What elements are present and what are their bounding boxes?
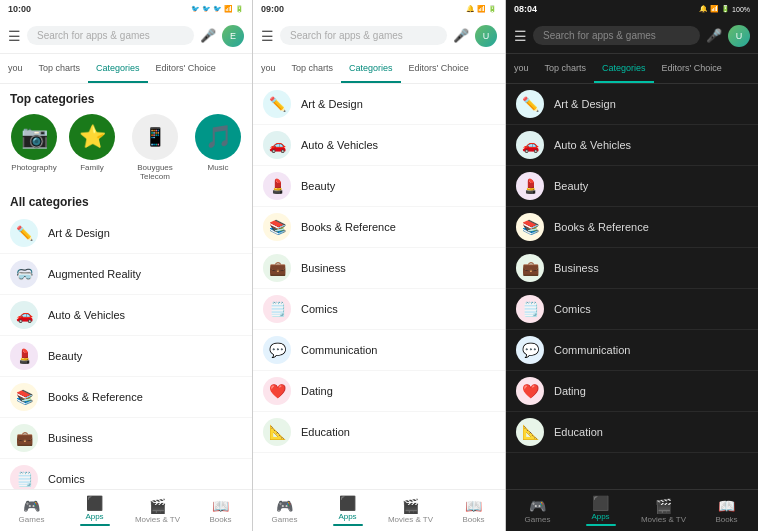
status-icons-3: 🔔 📶 🔋 100% xyxy=(699,5,750,13)
tab-categories-3[interactable]: Categories xyxy=(594,54,654,83)
cat-books-1[interactable]: 📚 Books & Reference xyxy=(0,377,252,418)
cat-comics-2[interactable]: 🗒️ Comics xyxy=(253,289,505,330)
nav-books-3[interactable]: 📖 Books xyxy=(695,490,758,531)
nav-games-1[interactable]: 🎮 Games xyxy=(0,490,63,531)
cat-beauty-3[interactable]: 💄 Beauty xyxy=(506,166,758,207)
nav-apps-2[interactable]: ⬛ Apps xyxy=(316,490,379,531)
nav-games-3[interactable]: 🎮 Games xyxy=(506,490,569,531)
cat-name-books-1: Books & Reference xyxy=(48,391,143,403)
tab-categories-1[interactable]: Categories xyxy=(88,54,148,83)
cat-name-auto-2: Auto & Vehicles xyxy=(301,139,378,151)
cat-edu-3[interactable]: 📐 Education xyxy=(506,412,758,453)
tab-you-2[interactable]: you xyxy=(253,54,284,83)
cat-auto-1[interactable]: 🚗 Auto & Vehicles xyxy=(0,295,252,336)
tabs-2: you Top charts Categories Editors' Choic… xyxy=(253,54,505,84)
apps-icon-2: ⬛ xyxy=(339,495,356,511)
cat-icon-art-3: ✏️ xyxy=(516,90,544,118)
cat-edu-2[interactable]: 📐 Education xyxy=(253,412,505,453)
top-cat-music[interactable]: 🎵 Music xyxy=(194,114,242,181)
cat-business-3[interactable]: 💼 Business xyxy=(506,248,758,289)
avatar-3[interactable]: U xyxy=(728,25,750,47)
cat-auto-2[interactable]: 🚗 Auto & Vehicles xyxy=(253,125,505,166)
menu-icon-1[interactable]: ☰ xyxy=(8,28,21,44)
nav-books-2[interactable]: 📖 Books xyxy=(442,490,505,531)
cat-ar-1[interactable]: 🥽 Augmented Reality xyxy=(0,254,252,295)
avatar-1[interactable]: E xyxy=(222,25,244,47)
cat-icon-comics-2: 🗒️ xyxy=(263,295,291,323)
cat-name-ar-1: Augmented Reality xyxy=(48,268,141,280)
nav-movies-1[interactable]: 🎬 Movies & TV xyxy=(126,490,189,531)
cat-name-dating-3: Dating xyxy=(554,385,586,397)
cat-comms-3[interactable]: 💬 Communication xyxy=(506,330,758,371)
nav-books-1[interactable]: 📖 Books xyxy=(189,490,252,531)
cat-comms-2[interactable]: 💬 Communication xyxy=(253,330,505,371)
panel-3: 08:04 🔔 📶 🔋 100% ☰ Search for apps & gam… xyxy=(506,0,758,531)
cat-name-comics-2: Comics xyxy=(301,303,338,315)
cat-business-2[interactable]: 💼 Business xyxy=(253,248,505,289)
cat-icon-comms-2: 💬 xyxy=(263,336,291,364)
nav-games-label-1: Games xyxy=(19,515,45,524)
cat-name-art-1: Art & Design xyxy=(48,227,110,239)
cat-icon-auto-3: 🚗 xyxy=(516,131,544,159)
games-icon-2: 🎮 xyxy=(276,498,293,514)
books-icon-3: 📖 xyxy=(718,498,735,514)
nav-books-label-2: Books xyxy=(462,515,484,524)
nav-games-label-2: Games xyxy=(272,515,298,524)
games-icon-1: 🎮 xyxy=(23,498,40,514)
top-cat-family[interactable]: ⭐ Family xyxy=(68,114,116,181)
cat-name-comics-3: Comics xyxy=(554,303,591,315)
cat-beauty-1[interactable]: 💄 Beauty xyxy=(0,336,252,377)
top-cat-photography[interactable]: 📷 Photography xyxy=(10,114,58,181)
tab-editors-2[interactable]: Editors' Choice xyxy=(401,54,477,83)
cat-books-3[interactable]: 📚 Books & Reference xyxy=(506,207,758,248)
tab-topchart-2[interactable]: Top charts xyxy=(284,54,342,83)
top-cat-label-music: Music xyxy=(208,163,229,172)
tab-categories-2[interactable]: Categories xyxy=(341,54,401,83)
search-input-3[interactable]: Search for apps & games xyxy=(533,26,700,45)
tab-you-3[interactable]: you xyxy=(506,54,537,83)
cat-comics-3[interactable]: 🗒️ Comics xyxy=(506,289,758,330)
search-input-1[interactable]: Search for apps & games xyxy=(27,26,194,45)
mic-icon-2[interactable]: 🎤 xyxy=(453,28,469,43)
cat-comics-1[interactable]: 🗒️ Comics xyxy=(0,459,252,489)
cat-dating-2[interactable]: ❤️ Dating xyxy=(253,371,505,412)
tab-editors-1[interactable]: Editors' Choice xyxy=(148,54,224,83)
nav-movies-label-2: Movies & TV xyxy=(388,515,433,524)
status-icons-1: 🐦 🐦 🐦 📶 🔋 xyxy=(191,5,244,13)
cat-dating-3[interactable]: ❤️ Dating xyxy=(506,371,758,412)
cat-art-3[interactable]: ✏️ Art & Design xyxy=(506,84,758,125)
menu-icon-2[interactable]: ☰ xyxy=(261,28,274,44)
bottom-nav-3: 🎮 Games ⬛ Apps 🎬 Movies & TV 📖 Books xyxy=(506,489,758,531)
cat-name-edu-2: Education xyxy=(301,426,350,438)
nav-games-2[interactable]: 🎮 Games xyxy=(253,490,316,531)
mic-icon-3[interactable]: 🎤 xyxy=(706,28,722,43)
cat-auto-3[interactable]: 🚗 Auto & Vehicles xyxy=(506,125,758,166)
top-cat-label-family: Family xyxy=(80,163,104,172)
tabs-1: you Top charts Categories Editors' Choic… xyxy=(0,54,252,84)
top-cat-bouygues[interactable]: 📱 Bouygues Telecom xyxy=(126,114,184,181)
search-input-2[interactable]: Search for apps & games xyxy=(280,26,447,45)
cat-books-2[interactable]: 📚 Books & Reference xyxy=(253,207,505,248)
tab-you-1[interactable]: you xyxy=(0,54,31,83)
cat-business-1[interactable]: 💼 Business xyxy=(0,418,252,459)
tab-topchart-3[interactable]: Top charts xyxy=(537,54,595,83)
nav-apps-indicator-1 xyxy=(80,524,110,526)
mic-icon-1[interactable]: 🎤 xyxy=(200,28,216,43)
top-cat-circle-family: ⭐ xyxy=(69,114,115,160)
cat-name-comms-3: Communication xyxy=(554,344,630,356)
nav-apps-3[interactable]: ⬛ Apps xyxy=(569,490,632,531)
panel-2: 09:00 🔔 📶 🔋 ☰ Search for apps & games 🎤 … xyxy=(253,0,505,531)
cat-name-business-1: Business xyxy=(48,432,93,444)
menu-icon-3[interactable]: ☰ xyxy=(514,28,527,44)
tab-editors-3[interactable]: Editors' Choice xyxy=(654,54,730,83)
avatar-2[interactable]: U xyxy=(475,25,497,47)
tab-topchart-1[interactable]: Top charts xyxy=(31,54,89,83)
nav-apps-1[interactable]: ⬛ Apps xyxy=(63,490,126,531)
panel-1: 10:00 🐦 🐦 🐦 📶 🔋 ☰ Search for apps & game… xyxy=(0,0,252,531)
nav-movies-2[interactable]: 🎬 Movies & TV xyxy=(379,490,442,531)
cat-beauty-2[interactable]: 💄 Beauty xyxy=(253,166,505,207)
cat-name-books-3: Books & Reference xyxy=(554,221,649,233)
cat-art-1[interactable]: ✏️ Art & Design xyxy=(0,213,252,254)
nav-movies-3[interactable]: 🎬 Movies & TV xyxy=(632,490,695,531)
cat-art-2[interactable]: ✏️ Art & Design xyxy=(253,84,505,125)
